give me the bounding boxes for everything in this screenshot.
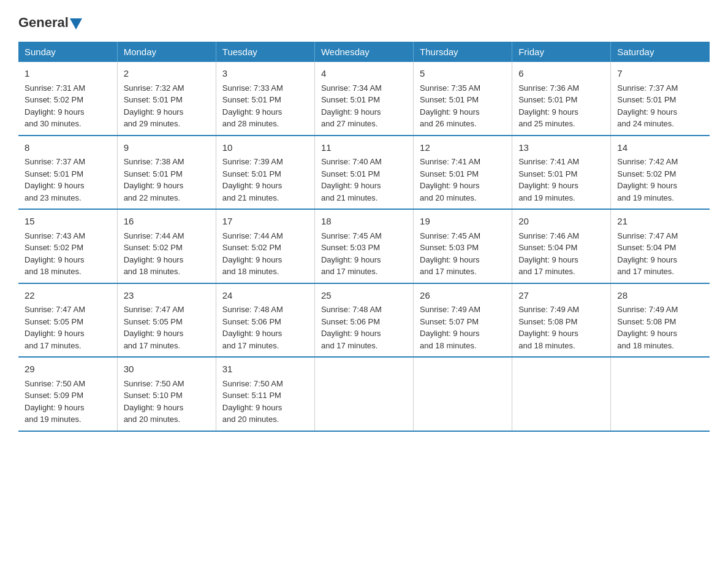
calendar-cell: 7Sunrise: 7:37 AMSunset: 5:01 PMDaylight… [611, 62, 710, 136]
day-info: Sunrise: 7:39 AMSunset: 5:01 PMDaylight:… [222, 156, 308, 204]
calendar-cell: 13Sunrise: 7:41 AMSunset: 5:01 PMDayligh… [512, 136, 611, 210]
calendar-cell: 20Sunrise: 7:46 AMSunset: 5:04 PMDayligh… [512, 209, 611, 283]
calendar-table: SundayMondayTuesdayWednesdayThursdayFrid… [18, 42, 710, 432]
page-header: General [18, 15, 710, 31]
day-number: 22 [25, 289, 111, 303]
day-info: Sunrise: 7:48 AMSunset: 5:06 PMDaylight:… [222, 304, 308, 351]
day-number: 31 [222, 362, 308, 377]
day-info: Sunrise: 7:50 AMSunset: 5:11 PMDaylight:… [222, 378, 308, 426]
header-saturday: Saturday [611, 42, 710, 62]
day-info: Sunrise: 7:45 AMSunset: 5:03 PMDaylight:… [321, 230, 407, 278]
calendar-cell: 26Sunrise: 7:49 AMSunset: 5:07 PMDayligh… [414, 283, 512, 358]
day-info: Sunrise: 7:50 AMSunset: 5:10 PMDaylight:… [124, 378, 210, 426]
day-number: 27 [518, 289, 604, 303]
day-number: 30 [124, 362, 210, 377]
day-info: Sunrise: 7:48 AMSunset: 5:06 PMDaylight:… [321, 304, 407, 351]
calendar-week-2: 8Sunrise: 7:37 AMSunset: 5:01 PMDaylight… [18, 136, 710, 210]
calendar-cell [414, 357, 512, 431]
calendar-cell: 12Sunrise: 7:41 AMSunset: 5:01 PMDayligh… [414, 136, 512, 210]
day-info: Sunrise: 7:40 AMSunset: 5:01 PMDaylight:… [321, 156, 407, 204]
day-info: Sunrise: 7:38 AMSunset: 5:01 PMDaylight:… [124, 156, 210, 204]
day-info: Sunrise: 7:41 AMSunset: 5:01 PMDaylight:… [518, 156, 604, 204]
day-number: 6 [518, 67, 604, 81]
calendar-cell: 16Sunrise: 7:44 AMSunset: 5:02 PMDayligh… [117, 209, 216, 283]
calendar-cell: 3Sunrise: 7:33 AMSunset: 5:01 PMDaylight… [216, 62, 314, 136]
day-info: Sunrise: 7:49 AMSunset: 5:08 PMDaylight:… [518, 304, 604, 351]
day-info: Sunrise: 7:47 AMSunset: 5:05 PMDaylight:… [25, 304, 111, 351]
calendar-cell: 1Sunrise: 7:31 AMSunset: 5:02 PMDaylight… [18, 62, 117, 136]
day-number: 21 [617, 215, 703, 229]
day-info: Sunrise: 7:44 AMSunset: 5:02 PMDaylight:… [124, 230, 210, 278]
calendar-cell: 29Sunrise: 7:50 AMSunset: 5:09 PMDayligh… [18, 357, 117, 431]
day-number: 17 [222, 215, 308, 229]
calendar-cell: 10Sunrise: 7:39 AMSunset: 5:01 PMDayligh… [216, 136, 314, 210]
day-number: 4 [321, 67, 407, 81]
header-wednesday: Wednesday [314, 42, 413, 62]
calendar-cell: 27Sunrise: 7:49 AMSunset: 5:08 PMDayligh… [512, 283, 611, 358]
header-tuesday: Tuesday [216, 42, 314, 62]
day-number: 9 [124, 141, 210, 155]
calendar-header-row: SundayMondayTuesdayWednesdayThursdayFrid… [18, 42, 710, 62]
day-number: 13 [518, 141, 604, 155]
day-info: Sunrise: 7:43 AMSunset: 5:02 PMDaylight:… [25, 230, 111, 278]
calendar-cell: 11Sunrise: 7:40 AMSunset: 5:01 PMDayligh… [314, 136, 413, 210]
day-info: Sunrise: 7:36 AMSunset: 5:01 PMDaylight:… [518, 82, 604, 130]
day-number: 2 [124, 67, 210, 81]
day-info: Sunrise: 7:32 AMSunset: 5:01 PMDaylight:… [124, 82, 210, 130]
calendar-cell: 18Sunrise: 7:45 AMSunset: 5:03 PMDayligh… [314, 209, 413, 283]
day-number: 28 [617, 289, 703, 303]
calendar-cell: 22Sunrise: 7:47 AMSunset: 5:05 PMDayligh… [18, 283, 117, 358]
day-info: Sunrise: 7:49 AMSunset: 5:07 PMDaylight:… [420, 304, 506, 351]
header-friday: Friday [512, 42, 611, 62]
calendar-cell: 19Sunrise: 7:45 AMSunset: 5:03 PMDayligh… [414, 209, 512, 283]
header-thursday: Thursday [414, 42, 512, 62]
calendar-cell: 9Sunrise: 7:38 AMSunset: 5:01 PMDaylight… [117, 136, 216, 210]
day-info: Sunrise: 7:37 AMSunset: 5:01 PMDaylight:… [617, 82, 703, 130]
calendar-week-3: 15Sunrise: 7:43 AMSunset: 5:02 PMDayligh… [18, 209, 710, 283]
day-number: 5 [420, 67, 506, 81]
day-info: Sunrise: 7:47 AMSunset: 5:05 PMDaylight:… [124, 304, 210, 351]
day-info: Sunrise: 7:44 AMSunset: 5:02 PMDaylight:… [222, 230, 308, 278]
day-number: 24 [222, 289, 308, 303]
calendar-cell: 5Sunrise: 7:35 AMSunset: 5:01 PMDaylight… [414, 62, 512, 136]
calendar-cell: 15Sunrise: 7:43 AMSunset: 5:02 PMDayligh… [18, 209, 117, 283]
header-sunday: Sunday [18, 42, 117, 62]
calendar-cell: 28Sunrise: 7:49 AMSunset: 5:08 PMDayligh… [611, 283, 710, 358]
day-info: Sunrise: 7:31 AMSunset: 5:02 PMDaylight:… [25, 82, 111, 130]
calendar-cell: 23Sunrise: 7:47 AMSunset: 5:05 PMDayligh… [117, 283, 216, 358]
day-info: Sunrise: 7:49 AMSunset: 5:08 PMDaylight:… [617, 304, 703, 351]
day-info: Sunrise: 7:45 AMSunset: 5:03 PMDaylight:… [420, 230, 506, 278]
day-number: 10 [222, 141, 308, 155]
calendar-cell: 30Sunrise: 7:50 AMSunset: 5:10 PMDayligh… [117, 357, 216, 431]
calendar-cell: 6Sunrise: 7:36 AMSunset: 5:01 PMDaylight… [512, 62, 611, 136]
calendar-cell: 21Sunrise: 7:47 AMSunset: 5:04 PMDayligh… [611, 209, 710, 283]
day-info: Sunrise: 7:33 AMSunset: 5:01 PMDaylight:… [222, 82, 308, 130]
day-info: Sunrise: 7:41 AMSunset: 5:01 PMDaylight:… [420, 156, 506, 204]
day-number: 19 [420, 215, 506, 229]
calendar-cell [611, 357, 710, 431]
day-number: 11 [321, 141, 407, 155]
day-info: Sunrise: 7:47 AMSunset: 5:04 PMDaylight:… [617, 230, 703, 278]
day-number: 14 [617, 141, 703, 155]
day-info: Sunrise: 7:50 AMSunset: 5:09 PMDaylight:… [25, 378, 111, 426]
logo-arrow-icon [70, 18, 82, 29]
day-number: 29 [25, 362, 111, 377]
header-monday: Monday [117, 42, 216, 62]
calendar-cell: 8Sunrise: 7:37 AMSunset: 5:01 PMDaylight… [18, 136, 117, 210]
logo-general-text: General [18, 15, 69, 31]
calendar-cell [314, 357, 413, 431]
day-number: 8 [25, 141, 111, 155]
day-info: Sunrise: 7:35 AMSunset: 5:01 PMDaylight:… [420, 82, 506, 130]
day-info: Sunrise: 7:46 AMSunset: 5:04 PMDaylight:… [518, 230, 604, 278]
day-number: 12 [420, 141, 506, 155]
day-number: 25 [321, 289, 407, 303]
day-number: 1 [25, 67, 111, 81]
day-number: 7 [617, 67, 703, 81]
calendar-cell: 4Sunrise: 7:34 AMSunset: 5:01 PMDaylight… [314, 62, 413, 136]
calendar-cell: 31Sunrise: 7:50 AMSunset: 5:11 PMDayligh… [216, 357, 314, 431]
calendar-cell: 17Sunrise: 7:44 AMSunset: 5:02 PMDayligh… [216, 209, 314, 283]
logo: General [18, 15, 83, 31]
day-info: Sunrise: 7:37 AMSunset: 5:01 PMDaylight:… [25, 156, 111, 204]
day-number: 26 [420, 289, 506, 303]
day-number: 16 [124, 215, 210, 229]
